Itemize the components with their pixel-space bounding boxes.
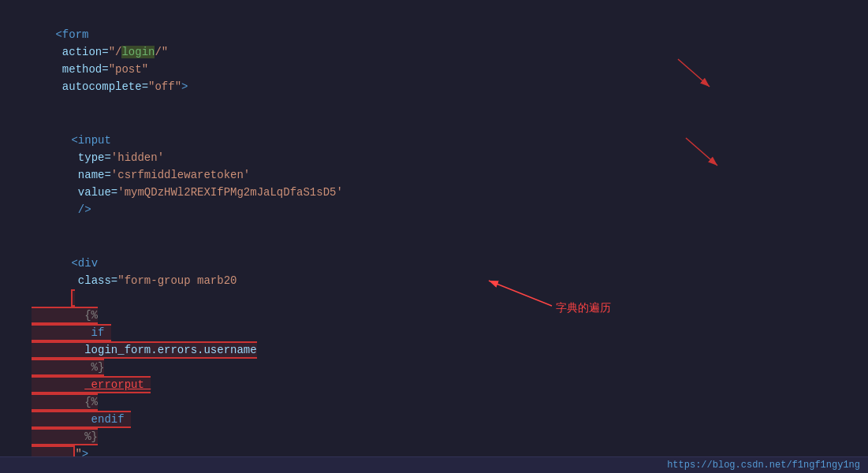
code-editor: <form action="/login/" method="post" aut…	[0, 0, 868, 473]
errorput-text-1: errorput	[84, 378, 151, 391]
template-box-1: {% if login_form.errors.username %} erro…	[32, 289, 257, 463]
code-line-2: <input type='hidden' name='csrfmiddlewar…	[0, 114, 868, 236]
code-line-3: <div class="form-group marb20 {% if logi…	[0, 236, 868, 473]
tag-form: <form	[55, 28, 88, 41]
code-line-1: <form action="/login/" method="post" aut…	[0, 8, 868, 114]
blog-url: https://blog.csdn.net/f1ngf1ngy1ng	[667, 460, 860, 471]
bottom-bar: https://blog.csdn.net/f1ngf1ngy1ng	[0, 456, 868, 473]
